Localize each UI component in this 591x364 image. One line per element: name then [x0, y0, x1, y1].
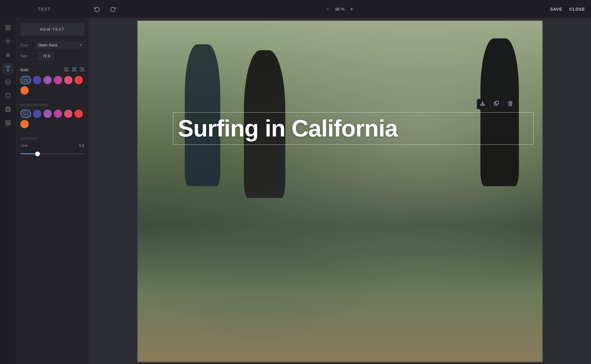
floating-toolbar [477, 99, 516, 109]
text-panel: NEW TEXT Font Open Sans ▾ Size Bold [16, 18, 89, 364]
toolbar-divider-1 [489, 101, 490, 107]
line-spacing-slider[interactable] [20, 153, 84, 154]
canvas-text-box[interactable]: Surfing in California [173, 112, 534, 145]
svg-rect-2 [6, 28, 8, 30]
svg-rect-0 [6, 26, 8, 27]
canvas-image: Surfing in California [137, 21, 543, 362]
svg-rect-1 [9, 26, 10, 27]
main-area: NEW TEXT Font Open Sans ▾ Size Bold [0, 18, 591, 364]
sidebar-icon-brush[interactable] [2, 76, 14, 88]
font-select[interactable]: Open Sans ▾ [35, 41, 84, 49]
text-color-swatches: ⬭ [20, 76, 84, 95]
svg-line-7 [6, 40, 7, 40]
line-spacing-row: Line 1.1 [20, 143, 84, 148]
toolbar-copy-icon[interactable] [494, 101, 499, 108]
text-color-pink-swatch[interactable] [64, 76, 72, 84]
svg-rect-40 [496, 101, 498, 104]
bg-color-magenta-swatch[interactable] [54, 110, 62, 118]
sidebar-icon-brightness[interactable] [2, 35, 14, 47]
svg-line-16 [6, 53, 7, 54]
text-color-magenta-swatch[interactable] [54, 76, 62, 84]
text-color-red-swatch[interactable] [75, 76, 83, 84]
svg-point-4 [7, 40, 9, 43]
svg-line-17 [9, 56, 10, 57]
handle-bottom-left[interactable] [172, 143, 174, 146]
bg-color-none-swatch[interactable]: ··· [20, 110, 31, 118]
size-label: Size [20, 54, 35, 58]
font-label: Font [20, 43, 35, 47]
background-section-label: BACKGROUND [20, 103, 84, 107]
svg-line-8 [9, 43, 10, 43]
font-row: Font Open Sans ▾ [20, 41, 84, 49]
align-center-icon[interactable] [72, 67, 77, 72]
svg-rect-3 [9, 28, 10, 30]
line-spacing-slider-container [20, 150, 84, 155]
top-bar-right: SAVE CLOSE [550, 7, 591, 12]
sidebar-icon-sticker[interactable] [2, 90, 14, 102]
zoom-value: 98 % [334, 7, 346, 12]
bg-color-orange-swatch[interactable] [20, 120, 29, 128]
sidebar-icon-layout[interactable] [2, 117, 14, 129]
top-bar: TEXT − 98 % + SAVE CLOSE [0, 0, 591, 18]
redo-button[interactable] [108, 4, 118, 14]
bg-color-purple-swatch[interactable] [43, 110, 52, 118]
style-row: Bold [20, 67, 84, 72]
font-size-input[interactable] [38, 52, 55, 60]
svg-line-21 [9, 53, 10, 54]
zoom-in-button[interactable]: + [349, 6, 355, 13]
text-color-orange-swatch[interactable] [20, 86, 29, 95]
bg-color-blue-swatch[interactable] [33, 110, 41, 118]
svg-line-20 [6, 56, 7, 57]
line-value: 1.1 [79, 143, 84, 148]
bg-color-pink-swatch[interactable] [64, 110, 72, 118]
svg-rect-39 [480, 104, 485, 105]
svg-line-12 [9, 40, 10, 40]
sidebar-icon-grid[interactable] [2, 22, 14, 34]
handle-top-right[interactable] [532, 111, 535, 114]
top-bar-left: TEXT [0, 7, 89, 12]
panel-title: TEXT [38, 7, 51, 12]
zoom-controls: − 98 % + [325, 6, 354, 13]
font-name: Open Sans [38, 43, 80, 47]
toolbar-delete-icon[interactable] [508, 101, 513, 108]
close-button[interactable]: CLOSE [569, 7, 585, 12]
canvas-area[interactable]: Surfing in California [89, 18, 591, 364]
toolbar-download-icon[interactable] [480, 101, 485, 108]
svg-rect-26 [7, 108, 9, 110]
bold-label: Bold [20, 68, 64, 72]
save-button[interactable]: SAVE [550, 7, 562, 12]
svg-line-11 [6, 43, 7, 43]
line-label: Line [20, 143, 79, 148]
canvas-text-content[interactable]: Surfing in California [178, 115, 398, 142]
align-left-icon[interactable] [64, 67, 69, 72]
bg-color-swatches: ··· [20, 110, 84, 128]
icon-sidebar [0, 18, 16, 364]
align-right-icon[interactable] [80, 67, 84, 72]
text-color-purple-swatch[interactable] [43, 76, 52, 84]
svg-rect-28 [6, 123, 8, 125]
svg-rect-29 [9, 123, 10, 125]
size-row: Size [20, 52, 84, 60]
toolbar-divider-2 [503, 101, 503, 107]
bg-color-red-swatch[interactable] [75, 110, 83, 118]
top-bar-center [89, 4, 550, 14]
chevron-down-icon: ▾ [80, 43, 81, 47]
align-icons [64, 67, 84, 72]
spacing-section: SPACING Line 1.1 [20, 137, 84, 155]
spacing-label: SPACING [20, 137, 84, 140]
svg-point-13 [7, 54, 9, 56]
svg-rect-25 [6, 107, 10, 112]
handle-bottom-right[interactable] [532, 143, 535, 146]
sidebar-icon-text[interactable] [2, 63, 14, 74]
undo-button[interactable] [92, 4, 102, 14]
svg-rect-27 [6, 121, 10, 122]
sidebar-icon-frames[interactable] [2, 103, 14, 115]
sidebar-icon-layers[interactable] [2, 49, 14, 61]
text-color-none-swatch[interactable]: ⬭ [20, 76, 31, 84]
text-color-blue-swatch[interactable] [33, 76, 41, 84]
zoom-out-button[interactable]: − [325, 6, 331, 13]
handle-top-left[interactable] [172, 111, 174, 114]
new-text-button[interactable]: NEW TEXT [20, 23, 84, 36]
